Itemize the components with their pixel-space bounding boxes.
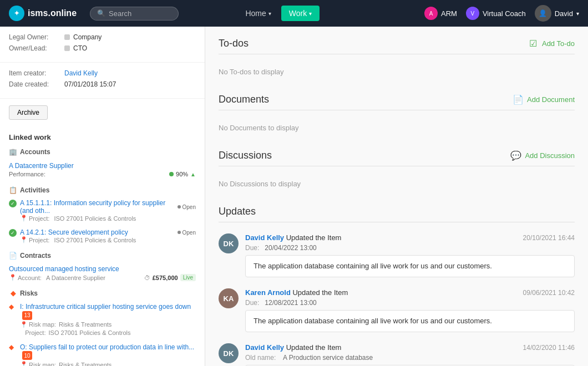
user-name: David bbox=[555, 9, 573, 18]
nav-work[interactable]: Work ▾ bbox=[281, 6, 320, 21]
activity-check-icon: ✓ bbox=[9, 200, 17, 207]
risk-badge-1: 13 bbox=[22, 311, 32, 320]
nav-home[interactable]: Home ▾ bbox=[237, 6, 278, 21]
activity-link-1[interactable]: A 15.1.1.1: Information security policy … bbox=[20, 199, 178, 215]
nav-work-arrow: ▾ bbox=[309, 11, 312, 17]
nav-arm-label: ARM bbox=[441, 9, 457, 18]
contract-meta: 📍 Account: A Datacentre Supplier ⏱ £575,… bbox=[9, 274, 196, 281]
risk-diamond-1: ◆ bbox=[9, 303, 17, 311]
update-action-1: Updated the Item bbox=[286, 233, 342, 242]
activity-item: ✓ A 15.1.1.1: Information security polic… bbox=[9, 197, 196, 223]
discussions-divider bbox=[219, 166, 575, 166]
risk-map-pin-2: 📍 bbox=[20, 361, 28, 366]
contract-link[interactable]: Outsourced managed hosting service bbox=[9, 265, 119, 273]
accounts-section: 🏢 Accounts A Datacentre Supplier Perform… bbox=[9, 148, 196, 180]
risk-diamond-2: ◆ bbox=[9, 343, 17, 351]
risks-header: ◆ Risks bbox=[9, 289, 196, 297]
info-section: Legal Owner: Company Owner/Lead: CTO bbox=[0, 27, 205, 63]
risk-item-1: ◆ I: Infrastructure critical supplier ho… bbox=[9, 301, 196, 338]
update-item-3: DK David Kelly Updated the Item 14/02/20… bbox=[219, 343, 575, 366]
activities-header: 📋 Activities bbox=[9, 186, 196, 194]
update-item-1: DK David Kelly Updated the Item 20/10/20… bbox=[219, 233, 575, 277]
owner-lead-text: CTO bbox=[73, 44, 87, 52]
risk-link-1[interactable]: I: Infrastructure critical supplier host… bbox=[20, 303, 191, 311]
activity-project-1: 📍 Project: ISO 27001 Policies & Controls bbox=[20, 215, 196, 222]
right-panel: To-dos ☑ Add To-do No To-dos to display … bbox=[205, 27, 588, 366]
add-document-link[interactable]: 📄 Add Document bbox=[513, 94, 575, 105]
contract-pin: 📍 bbox=[9, 274, 17, 281]
left-panel: Legal Owner: Company Owner/Lead: CTO Ite… bbox=[0, 27, 205, 366]
project-pin-1: 📍 bbox=[20, 215, 28, 222]
archive-button[interactable]: Archive bbox=[9, 105, 48, 120]
nav-work-label: Work bbox=[289, 9, 307, 18]
logo-text: isms.online bbox=[28, 8, 77, 18]
search-input[interactable] bbox=[109, 9, 175, 18]
live-badge: Live bbox=[180, 274, 196, 281]
contract-item: Outsourced managed hosting service 📍 Acc… bbox=[9, 263, 196, 283]
update-title-1: David Kelly Updated the Item bbox=[245, 233, 341, 242]
legal-owner-text: Company bbox=[73, 33, 102, 41]
add-discussion-icon: 💬 bbox=[510, 150, 521, 161]
status-open-2: Open bbox=[178, 230, 196, 236]
update-header-3: David Kelly Updated the Item 14/02/2020 … bbox=[245, 343, 575, 352]
nav-arm[interactable]: A ARM bbox=[424, 7, 457, 20]
search-bar[interactable]: 🔍 bbox=[90, 7, 179, 21]
risks-section: ◆ Risks ◆ I: Infrastructure critical sup… bbox=[9, 289, 196, 366]
main-layout: Legal Owner: Company Owner/Lead: CTO Ite… bbox=[0, 27, 588, 366]
risk-map-name-2: Risks & Treatments bbox=[59, 362, 111, 367]
updates-section: Updates DK David Kelly Updated the Item … bbox=[219, 206, 575, 366]
add-discussion-label: Add Discussion bbox=[525, 151, 575, 160]
date-created-value: 07/01/2018 15:07 bbox=[64, 80, 116, 88]
creator-link[interactable]: David Kelly bbox=[64, 69, 98, 77]
due-label-1: Due: bbox=[245, 244, 263, 252]
account-link[interactable]: A Datacentre Supplier bbox=[9, 162, 74, 170]
documents-section: Documents 📄 Add Document No Documents to… bbox=[219, 94, 575, 134]
creator-row: Item creator: David Kelly bbox=[9, 69, 196, 77]
activity-meta-1: A 15.1.1.1: Information security policy … bbox=[20, 199, 196, 215]
update-content-2: Karen Arnold Updated the Item 09/06/2021… bbox=[245, 288, 575, 332]
risk-meta-2: 📍 Risk map: Risks & Treatments bbox=[20, 361, 196, 366]
risk-map-name-1: Risks & Treatments bbox=[59, 321, 111, 328]
updates-divider bbox=[219, 222, 575, 222]
update-user-2[interactable]: Karen Arnold bbox=[245, 288, 291, 297]
activity-item-2: ✓ A 14.2.1: Secure development policy Op… bbox=[9, 227, 196, 245]
nav-virtual-coach[interactable]: V Virtual Coach bbox=[466, 7, 526, 20]
add-discussion-link[interactable]: 💬 Add Discussion bbox=[510, 150, 575, 161]
update-due-1: Due: 20/04/2022 13:00 bbox=[245, 244, 575, 252]
update-action-3: Updated the Item bbox=[286, 343, 342, 352]
documents-title: Documents bbox=[219, 94, 269, 105]
due-value-1: 20/04/2022 13:00 bbox=[265, 244, 316, 252]
update-user-3[interactable]: David Kelly bbox=[245, 343, 284, 352]
due-label-2: Due: bbox=[245, 299, 263, 307]
update-date-2: 09/06/2021 10:42 bbox=[523, 289, 575, 297]
activity-link-2[interactable]: A 14.2.1: Secure development policy bbox=[20, 228, 128, 236]
due-value-2: 12/08/2021 13:00 bbox=[265, 299, 316, 307]
add-document-label: Add Document bbox=[527, 95, 575, 104]
update-user-1[interactable]: David Kelly bbox=[245, 233, 284, 242]
risk-link-2[interactable]: O: Suppliers fail to protect our product… bbox=[20, 343, 194, 351]
account-item: A Datacentre Supplier Performance: 90% ▲ bbox=[9, 159, 196, 180]
activity-content-2: A 14.2.1: Secure development policy Open… bbox=[20, 228, 196, 243]
accounts-icon: 🏢 bbox=[9, 148, 17, 156]
owner-lead-value: CTO bbox=[64, 44, 87, 52]
creator-label: Item creator: bbox=[9, 69, 64, 77]
owner-lead-label: Owner/Lead: bbox=[9, 44, 64, 52]
risk-link-row-1: I: Infrastructure critical supplier host… bbox=[20, 302, 196, 320]
todos-section: To-dos ☑ Add To-do No To-dos to display bbox=[219, 38, 575, 78]
navbar: ✦ isms.online 🔍 Home ▾ Work ▾ A ARM V Vi… bbox=[0, 0, 588, 27]
main-nav: Home ▾ Work ▾ bbox=[237, 6, 320, 21]
user-menu[interactable]: 👤 David ▾ bbox=[535, 5, 579, 22]
activities-label: Activities bbox=[20, 186, 49, 194]
coach-icon: V bbox=[466, 7, 479, 20]
project-name-2: ISO 27001 Policies & Controls bbox=[54, 237, 136, 243]
legal-owner-row: Legal Owner: Company bbox=[9, 33, 196, 41]
risk-project-1: ISO 27001 Policies & Controls bbox=[49, 329, 131, 336]
logo[interactable]: ✦ isms.online bbox=[9, 6, 77, 21]
update-content-1: David Kelly Updated the Item 20/10/2021 … bbox=[245, 233, 575, 277]
project-pin-2: 📍 bbox=[20, 236, 28, 243]
discussions-empty: No Discussions to display bbox=[219, 177, 575, 190]
risk-content-1: I: Infrastructure critical supplier host… bbox=[20, 302, 196, 336]
linked-work-title: Linked work bbox=[9, 133, 196, 141]
add-todo-link[interactable]: ☑ Add To-do bbox=[528, 38, 575, 49]
search-icon: 🔍 bbox=[97, 9, 105, 17]
